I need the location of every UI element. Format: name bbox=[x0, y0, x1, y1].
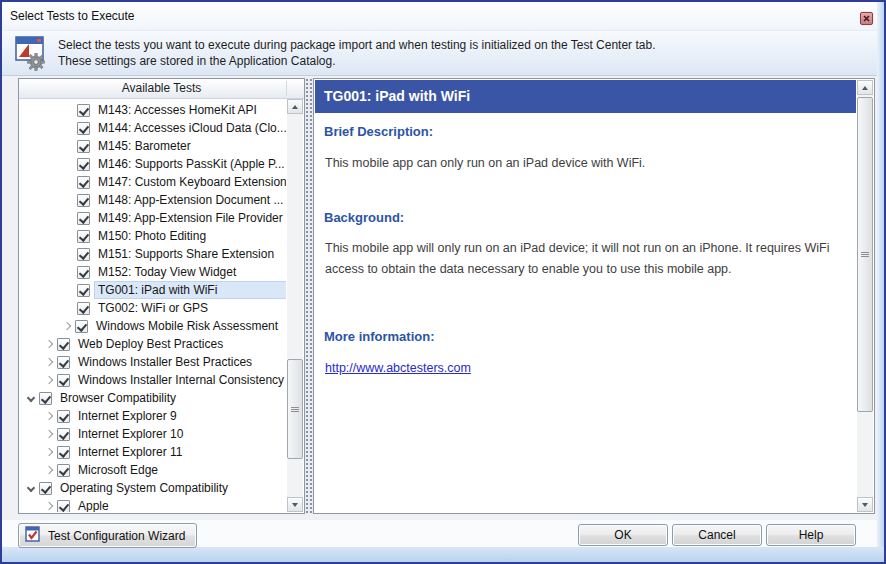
help-button[interactable]: Help bbox=[766, 524, 856, 546]
tree-item[interactable]: TG002: WiFi or GPS bbox=[19, 299, 286, 317]
tree-item-label: M147: Custom Keyboard Extension bbox=[95, 174, 286, 190]
tree-item[interactable]: Apple bbox=[19, 497, 286, 512]
more-info-link[interactable]: http://www.abctesters.com bbox=[325, 361, 471, 375]
chevron-right-icon[interactable] bbox=[41, 498, 57, 512]
arrow-spacer bbox=[70, 102, 77, 118]
brief-description-body: This mobile app can only run on an iPad … bbox=[325, 153, 645, 174]
arrow-spacer bbox=[70, 174, 77, 190]
tree-item[interactable]: M149: App-Extension File Provider bbox=[19, 209, 286, 227]
chevron-right-icon[interactable] bbox=[41, 354, 57, 370]
banner-line-2: These settings are stored in the Applica… bbox=[58, 53, 655, 69]
close-button[interactable] bbox=[860, 12, 873, 25]
select-tests-dialog: Select Tests to Execute bbox=[0, 0, 886, 564]
scroll-up-icon[interactable] bbox=[857, 80, 873, 95]
checkbox[interactable] bbox=[77, 212, 90, 225]
tree-item-label: M150: Photo Editing bbox=[95, 228, 286, 244]
checkbox[interactable] bbox=[77, 176, 90, 189]
tree-item[interactable]: M143: Accesses HomeKit API bbox=[19, 101, 286, 119]
tree-item[interactable]: Operating System Compatibility bbox=[19, 479, 286, 497]
tree-item-label: M149: App-Extension File Provider bbox=[95, 210, 286, 226]
chevron-right-icon[interactable] bbox=[41, 336, 57, 352]
detail-scrollbar-thumb[interactable] bbox=[857, 97, 873, 412]
detail-vertical-scrollbar[interactable] bbox=[857, 80, 873, 512]
checkbox[interactable] bbox=[77, 248, 90, 261]
chevron-right-icon[interactable] bbox=[41, 372, 57, 388]
checkbox[interactable] bbox=[77, 122, 90, 135]
checkbox[interactable] bbox=[77, 194, 90, 207]
tree-item-label: Windows Installer Internal Consistency .… bbox=[75, 372, 286, 388]
available-tests-column-header[interactable]: Available Tests bbox=[19, 79, 304, 99]
tree-item[interactable]: Internet Explorer 11 bbox=[19, 443, 286, 461]
detail-title: TG001: iPad with WiFi bbox=[315, 80, 856, 113]
available-tests-panel: Available Tests M143: Accesses HomeKit A… bbox=[18, 78, 305, 514]
checkbox[interactable] bbox=[57, 428, 70, 441]
wizard-checklist-icon bbox=[25, 526, 41, 545]
tree-item-label: Windows Installer Best Practices bbox=[75, 354, 286, 370]
tree-vertical-scrollbar[interactable] bbox=[287, 99, 303, 512]
arrow-spacer bbox=[70, 156, 77, 172]
tree-item[interactable]: M146: Supports PassKit (Apple P... bbox=[19, 155, 286, 173]
scroll-down-icon[interactable] bbox=[287, 497, 303, 512]
tree-item[interactable]: M150: Photo Editing bbox=[19, 227, 286, 245]
tree-item-label: M151: Supports Share Extension bbox=[95, 246, 286, 262]
test-configuration-wizard-button[interactable]: Test Configuration Wizard bbox=[18, 523, 197, 548]
checkbox[interactable] bbox=[57, 356, 70, 369]
checkbox[interactable] bbox=[57, 464, 70, 477]
brief-description-heading: Brief Description: bbox=[324, 124, 433, 139]
tree-scrollbar-thumb[interactable] bbox=[287, 359, 303, 459]
arrow-spacer bbox=[70, 228, 77, 244]
chevron-right-icon[interactable] bbox=[41, 426, 57, 442]
tree-item[interactable]: M147: Custom Keyboard Extension bbox=[19, 173, 286, 191]
chevron-right-icon[interactable] bbox=[41, 444, 57, 460]
checkbox[interactable] bbox=[75, 320, 88, 333]
checkbox[interactable] bbox=[77, 158, 90, 171]
scroll-down-icon[interactable] bbox=[857, 497, 873, 512]
tree-item[interactable]: TG001: iPad with WiFi bbox=[19, 281, 286, 299]
panel-splitter[interactable] bbox=[305, 78, 313, 514]
arrow-spacer bbox=[70, 264, 77, 280]
scroll-up-icon[interactable] bbox=[287, 99, 303, 114]
checkbox[interactable] bbox=[39, 482, 52, 495]
tree-item[interactable]: Web Deploy Best Practices bbox=[19, 335, 286, 353]
chevron-down-icon[interactable] bbox=[23, 390, 39, 406]
ok-button[interactable]: OK bbox=[578, 524, 668, 546]
chevron-right-icon[interactable] bbox=[41, 462, 57, 478]
tree-item[interactable]: M145: Barometer bbox=[19, 137, 286, 155]
tree-item[interactable]: Browser Compatibility bbox=[19, 389, 286, 407]
checkbox[interactable] bbox=[77, 230, 90, 243]
tree-item[interactable]: Internet Explorer 9 bbox=[19, 407, 286, 425]
tree-item[interactable]: M152: Today View Widget bbox=[19, 263, 286, 281]
checkbox[interactable] bbox=[57, 500, 70, 513]
titlebar[interactable]: Select Tests to Execute bbox=[2, 2, 877, 30]
checkbox[interactable] bbox=[57, 338, 70, 351]
chevron-right-icon[interactable] bbox=[59, 318, 75, 334]
tree-item[interactable]: Microsoft Edge bbox=[19, 461, 286, 479]
checkbox[interactable] bbox=[57, 374, 70, 387]
tree-item[interactable]: Windows Installer Best Practices bbox=[19, 353, 286, 371]
checkbox[interactable] bbox=[77, 266, 90, 279]
tree-body: M143: Accesses HomeKit APIM144: Accesses… bbox=[19, 100, 286, 512]
tree-item-label: M152: Today View Widget bbox=[95, 264, 286, 280]
chevron-right-icon[interactable] bbox=[41, 408, 57, 424]
tree-item[interactable]: M151: Supports Share Extension bbox=[19, 245, 286, 263]
more-information-heading: More information: bbox=[324, 329, 435, 344]
checkbox[interactable] bbox=[57, 446, 70, 459]
tree-item-label: TG002: WiFi or GPS bbox=[95, 300, 286, 316]
cancel-button[interactable]: Cancel bbox=[672, 524, 762, 546]
wizard-button-label: Test Configuration Wizard bbox=[48, 529, 185, 543]
tree-item[interactable]: Windows Mobile Risk Assessment bbox=[19, 317, 286, 335]
tree-item[interactable]: Internet Explorer 10 bbox=[19, 425, 286, 443]
checkbox[interactable] bbox=[57, 410, 70, 423]
checkbox[interactable] bbox=[39, 392, 52, 405]
tree-item[interactable]: M144: Accesses iCloud Data (Clo... bbox=[19, 119, 286, 137]
tree-item[interactable]: Windows Installer Internal Consistency .… bbox=[19, 371, 286, 389]
test-settings-icon bbox=[12, 34, 48, 72]
checkbox[interactable] bbox=[77, 302, 90, 315]
checkbox[interactable] bbox=[77, 104, 90, 117]
tree-item-label: Operating System Compatibility bbox=[57, 480, 286, 496]
arrow-spacer bbox=[70, 246, 77, 262]
checkbox[interactable] bbox=[77, 140, 90, 153]
tree-item[interactable]: M148: App-Extension Document ... bbox=[19, 191, 286, 209]
checkbox[interactable] bbox=[77, 284, 90, 297]
chevron-down-icon[interactable] bbox=[23, 480, 39, 496]
